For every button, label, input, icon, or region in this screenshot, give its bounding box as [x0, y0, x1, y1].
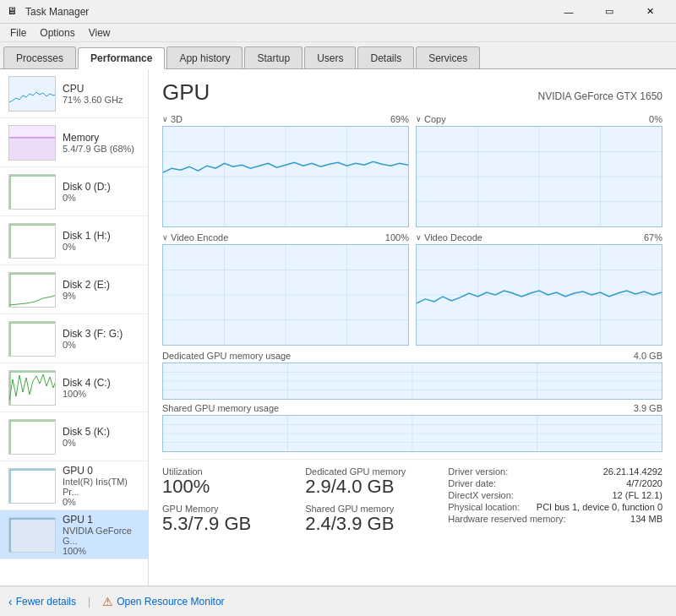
resource-monitor-link[interactable]: ⚠ Open Resource Monitor — [102, 595, 224, 608]
graphs-row-1: ∨ 3D 69% — [162, 114, 662, 227]
graph-encode-pct: 100% — [385, 232, 409, 243]
gpu1-info: GPU 1 NVIDIA GeForce G...100% — [63, 514, 139, 556]
graph-copy-pct: 0% — [649, 114, 662, 124]
graph-3d-pct: 69% — [390, 114, 409, 124]
disk2-info: Disk 2 (E:) 9% — [63, 279, 139, 301]
graph-copy-label-row: ∨ Copy 0% — [416, 114, 662, 124]
gpu-model: NVIDIA GeForce GTX 1650 — [538, 90, 662, 102]
svg-rect-9 — [9, 322, 56, 357]
memory-value: 5.4/7.9 GB (68%) — [63, 144, 139, 154]
menu-file[interactable]: File — [3, 25, 33, 41]
sidebar-item-gpu0[interactable]: GPU 0 Intel(R) Iris(TM) Pr...0% — [0, 461, 148, 510]
tab-app-history[interactable]: App history — [166, 46, 243, 68]
graph-decode-label: ∨ Video Decode — [416, 232, 482, 243]
disk2-value: 9% — [63, 291, 139, 301]
stat-gpu-memory: GPU Memory 5.3/7.9 GB — [162, 504, 305, 534]
detail-directx: DirectX version: 12 (FL 12.1) — [448, 490, 662, 500]
disk1-info: Disk 1 (H:) 0% — [63, 230, 139, 252]
tab-startup[interactable]: Startup — [244, 46, 303, 68]
detail-hardware: Hardware reserved memory: 134 MB — [448, 514, 662, 524]
menu-view[interactable]: View — [82, 25, 117, 41]
chevron-copy-icon: ∨ — [416, 115, 422, 123]
svg-rect-11 — [9, 371, 56, 406]
svg-rect-2 — [9, 138, 56, 161]
disk3-value: 0% — [63, 340, 139, 350]
disk1-mini-graph — [8, 223, 56, 259]
graph-encode-label: ∨ Video Encode — [162, 232, 228, 243]
cpu-info: CPU 71% 3.60 GHz — [63, 83, 139, 105]
window-controls: — ▭ ✕ — [549, 0, 669, 24]
graphs-row-2: ∨ Video Encode 100% — [162, 232, 662, 346]
stats-col-middle: Dedicated GPU memory 2.9/4.0 GB Shared G… — [305, 466, 448, 537]
svg-rect-5 — [9, 224, 56, 259]
graph-copy-container: ∨ Copy 0% — [416, 114, 662, 227]
hardware-label: Hardware reserved memory: — [448, 514, 565, 524]
tab-processes[interactable]: Processes — [3, 46, 76, 68]
driver-date-value: 4/7/2020 — [626, 478, 662, 488]
shared-value: 2.4/3.9 GB — [305, 514, 448, 534]
shared-memory-graph — [162, 415, 662, 452]
graph-3d-label: ∨ 3D — [162, 114, 183, 124]
driver-date-label: Driver date: — [448, 478, 496, 488]
sidebar-item-cpu[interactable]: CPU 71% 3.60 GHz — [0, 69, 148, 118]
separator: | — [88, 596, 90, 608]
graph-3d-label-row: ∨ 3D 69% — [162, 114, 409, 124]
disk2-label: Disk 2 (E:) — [63, 279, 139, 291]
graph-decode — [416, 244, 662, 346]
chevron-left-icon: ‹ — [8, 595, 13, 608]
menu-options[interactable]: Options — [33, 25, 81, 41]
directx-label: DirectX version: — [448, 490, 514, 500]
graph-encode-container: ∨ Video Encode 100% — [162, 232, 409, 346]
disk3-mini-graph — [8, 321, 56, 357]
sidebar-item-gpu1[interactable]: GPU 1 NVIDIA GeForce G...100% — [0, 510, 148, 559]
graph-3d-container: ∨ 3D 69% — [162, 114, 409, 227]
gpu0-value: Intel(R) Iris(TM) Pr...0% — [63, 477, 139, 507]
sidebar-item-disk3[interactable]: Disk 3 (F: G:) 0% — [0, 314, 148, 363]
menubar: File Options View — [0, 24, 676, 42]
fewer-details-label: Fewer details — [16, 596, 76, 608]
driver-version-label: Driver version: — [448, 466, 508, 477]
stats-col-left: Utilization 100% GPU Memory 5.3/7.9 GB — [162, 466, 305, 537]
tab-services[interactable]: Services — [416, 46, 480, 68]
main-content: GPU NVIDIA GeForce GTX 1650 ∨ 3D 69% — [149, 69, 676, 586]
sidebar-item-disk5[interactable]: Disk 5 (K:) 0% — [0, 412, 148, 461]
disk0-info: Disk 0 (D:) 0% — [63, 181, 139, 203]
disk3-label: Disk 3 (F: G:) — [63, 328, 139, 340]
driver-version-value: 26.21.14.4292 — [603, 466, 662, 477]
sidebar-item-disk2[interactable]: Disk 2 (E:) 9% — [0, 265, 148, 314]
dedicated-memory-graph — [162, 363, 662, 400]
gpu0-label: GPU 0 — [63, 465, 139, 477]
disk1-label: Disk 1 (H:) — [63, 230, 139, 242]
tab-users[interactable]: Users — [304, 46, 356, 68]
tab-performance[interactable]: Performance — [78, 47, 165, 69]
tab-details[interactable]: Details — [357, 46, 414, 68]
graph-encode — [162, 244, 409, 346]
chevron-decode-icon: ∨ — [416, 233, 422, 242]
disk5-label: Disk 5 (K:) — [63, 426, 139, 438]
cpu-label: CPU — [63, 83, 139, 95]
memory-label: Memory — [63, 132, 139, 144]
disk4-mini-graph — [8, 370, 56, 406]
stats-section: Utilization 100% GPU Memory 5.3/7.9 GB D… — [162, 459, 662, 537]
sidebar-item-disk4[interactable]: Disk 4 (C:) 100% — [0, 363, 148, 412]
svg-rect-3 — [9, 175, 56, 210]
sidebar-item-disk1[interactable]: Disk 1 (H:) 0% — [0, 216, 148, 265]
stat-utilization: Utilization 100% — [162, 466, 305, 497]
sidebar-item-memory[interactable]: Memory 5.4/7.9 GB (68%) — [0, 118, 148, 167]
gpu-title: GPU — [162, 79, 210, 106]
svg-rect-15 — [9, 469, 56, 504]
svg-rect-19 — [11, 520, 55, 552]
fewer-details-link[interactable]: ‹ Fewer details — [8, 595, 76, 608]
restore-button[interactable]: ▭ — [590, 0, 629, 24]
disk0-mini-graph — [8, 174, 56, 210]
disk1-value: 0% — [63, 242, 139, 252]
resource-monitor-icon: ⚠ — [102, 595, 113, 608]
gpu0-info: GPU 0 Intel(R) Iris(TM) Pr...0% — [63, 465, 139, 507]
dedicated-memory-header: Dedicated GPU memory usage 4.0 GB — [162, 351, 662, 361]
sidebar-item-disk0[interactable]: Disk 0 (D:) 0% — [0, 167, 148, 216]
close-button[interactable]: ✕ — [630, 0, 669, 24]
graph-copy — [416, 126, 662, 227]
minimize-button[interactable]: — — [549, 0, 588, 24]
hardware-value: 134 MB — [630, 514, 662, 524]
disk5-mini-graph — [8, 419, 56, 455]
